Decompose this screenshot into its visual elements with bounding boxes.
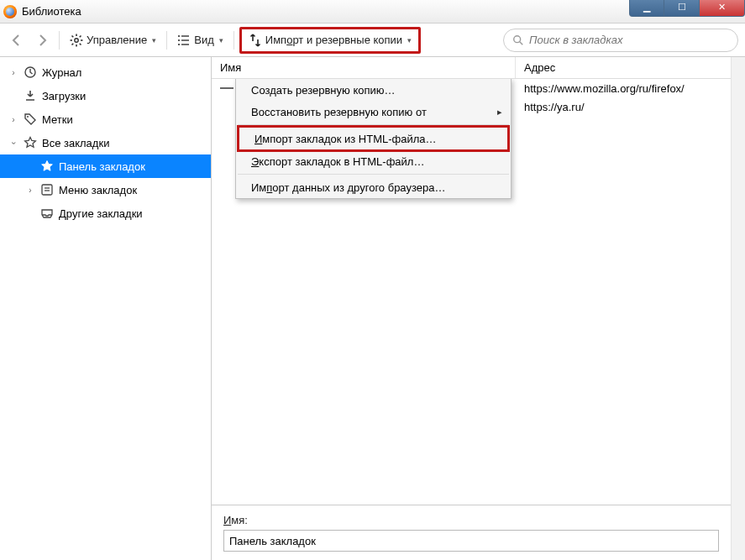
tag-icon — [24, 113, 37, 126]
svg-line-16 — [520, 41, 523, 44]
import-dropdown-menu: Создать резервную копию… Восстановить ре… — [235, 79, 512, 199]
svg-point-0 — [75, 38, 78, 41]
svg-line-8 — [72, 43, 74, 44]
details-name-input[interactable] — [223, 530, 719, 552]
nav-back-button[interactable] — [5, 30, 29, 50]
details-pane: Имя: — [212, 505, 731, 560]
svg-line-6 — [80, 43, 81, 44]
gear-icon — [70, 34, 83, 47]
search-field[interactable] — [503, 29, 738, 52]
column-header-address[interactable]: Адрес — [516, 57, 731, 78]
separator — [166, 31, 167, 50]
sidebar-label: Загрузки — [42, 90, 86, 102]
twisty-icon[interactable]: › — [8, 68, 18, 77]
sidebar-label: Метки — [42, 113, 73, 126]
svg-line-7 — [80, 35, 81, 37]
menu-label: Импорт закладок из HTML-файла… — [254, 133, 437, 145]
content-pane: Имя Адрес https://www.mozilla.org/ru/fir… — [212, 57, 731, 560]
sidebar-item-bookmarks-toolbar[interactable]: Панель закладок — [0, 154, 211, 178]
search-input[interactable] — [529, 34, 729, 46]
sidebar-label: Все закладки — [42, 137, 109, 149]
caret-icon: ▾ — [219, 36, 223, 44]
highlight-import-html: Импорт закладок из HTML-файла… — [237, 125, 510, 152]
caret-icon: ▾ — [152, 36, 156, 44]
sidebar-item-all-bookmarks[interactable]: › Все закладки — [0, 131, 211, 154]
menu-item-restore[interactable]: Восстановить резервную копию от — [236, 101, 511, 123]
import-menu-button[interactable]: Импорт и резервные копии▾ — [244, 30, 417, 50]
menu-separator — [238, 174, 509, 175]
svg-point-15 — [514, 35, 521, 42]
svg-point-13 — [178, 39, 180, 40]
download-icon — [24, 89, 37, 102]
cell-address: https://www.mozilla.org/ru/firefox/ — [516, 82, 731, 95]
minimize-button[interactable]: ▁ — [629, 0, 664, 17]
sidebar-label: Другие закладки — [59, 207, 143, 220]
sidebar-item-history[interactable]: › Журнал — [0, 60, 211, 84]
column-headers: Имя Адрес — [212, 57, 731, 79]
svg-rect-19 — [42, 185, 52, 195]
manage-label: Управление — [87, 34, 147, 46]
nav-fwd-button[interactable] — [30, 30, 54, 50]
star-icon — [24, 136, 37, 149]
menu-item-backup[interactable]: Создать резервную копию… — [236, 79, 511, 101]
main-area: › Журнал Загрузки › Метки › Все закладки… — [0, 57, 745, 560]
sidebar-label: Панель закладок — [59, 160, 145, 173]
search-icon — [512, 34, 524, 46]
vertical-scrollbar[interactable] — [731, 57, 745, 560]
bookmark-list: https://www.mozilla.org/ru/firefox/ http… — [212, 79, 731, 505]
maximize-button[interactable]: ☐ — [664, 0, 700, 17]
sidebar-item-bookmarks-menu[interactable]: › Меню закладок — [0, 178, 211, 201]
column-header-name[interactable]: Имя — [212, 57, 516, 78]
separator — [59, 31, 60, 50]
details-name-label: Имя: — [223, 514, 719, 526]
svg-point-14 — [178, 43, 180, 44]
twisty-icon[interactable]: › — [9, 138, 18, 148]
manage-menu-button[interactable]: Управление▾ — [65, 30, 161, 50]
separator-icon — [220, 87, 233, 89]
menu-label: Создать резервную копию… — [251, 84, 396, 97]
caret-icon: ▾ — [407, 36, 412, 44]
menu-item-import-html[interactable]: Импорт закладок из HTML-файла… — [239, 128, 507, 149]
sidebar-label: Журнал — [42, 66, 81, 79]
col-label: Имя — [220, 61, 241, 74]
menu-list-icon — [40, 183, 54, 196]
import-label: Импорт и резервные копии — [265, 34, 402, 46]
menu-label: Экспорт закладок в HTML-файл… — [251, 155, 424, 168]
menu-label: Импорт данных из другого браузера… — [251, 181, 445, 194]
window-title: Библиотека — [22, 5, 81, 18]
col-label: Адрес — [524, 61, 555, 74]
view-menu-button[interactable]: Вид▾ — [172, 30, 228, 50]
menu-label: Восстановить резервную копию от — [251, 106, 427, 118]
window-controls: ▁ ☐ ✕ — [629, 0, 745, 17]
sidebar-item-downloads[interactable]: Загрузки — [0, 84, 211, 107]
firefox-icon — [3, 5, 17, 18]
import-export-icon — [249, 34, 262, 47]
svg-line-5 — [72, 35, 74, 37]
twisty-icon[interactable]: › — [25, 186, 35, 195]
titlebar: Библиотека ▁ ☐ ✕ — [0, 0, 745, 24]
cell-address: https://ya.ru/ — [516, 101, 731, 113]
toolbar: Управление▾ Вид▾ Импорт и резервные копи… — [0, 24, 745, 57]
sidebar-item-other-bookmarks[interactable]: Другие закладки — [0, 201, 211, 225]
list-icon — [177, 34, 191, 47]
arrow-right-icon — [35, 34, 49, 47]
arrow-left-icon — [10, 34, 24, 47]
highlight-import-button: Импорт и резервные копии▾ — [239, 27, 421, 54]
menu-item-export-html[interactable]: Экспорт закладок в HTML-файл… — [236, 150, 511, 172]
view-label: Вид — [194, 34, 214, 46]
sidebar: › Журнал Загрузки › Метки › Все закладки… — [0, 57, 212, 560]
separator — [233, 31, 234, 50]
clock-icon — [24, 65, 37, 79]
star-filled-icon — [40, 160, 54, 173]
svg-point-12 — [178, 34, 180, 36]
menu-item-import-browser[interactable]: Импорт данных из другого браузера… — [236, 176, 511, 198]
svg-point-18 — [27, 116, 29, 118]
twisty-icon[interactable]: › — [8, 115, 18, 124]
close-button[interactable]: ✕ — [700, 0, 745, 17]
tray-icon — [40, 207, 54, 220]
sidebar-item-tags[interactable]: › Метки — [0, 107, 211, 131]
sidebar-label: Меню закладок — [59, 184, 137, 196]
